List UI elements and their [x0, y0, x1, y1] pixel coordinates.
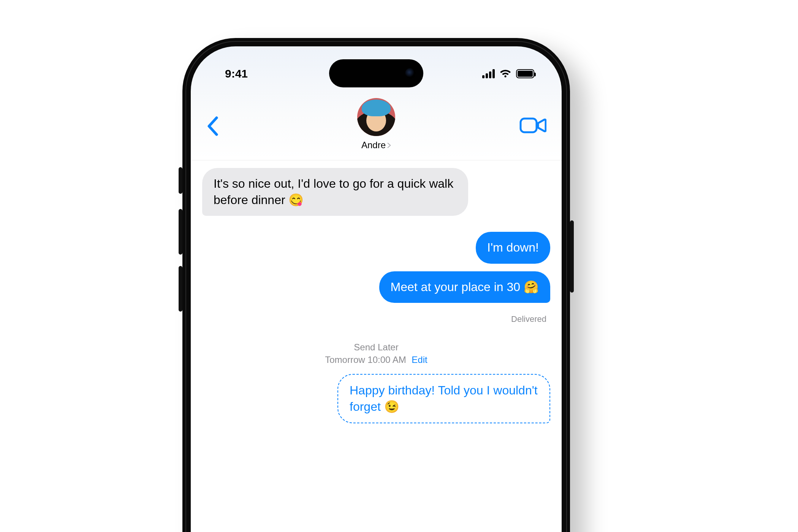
send-later-metadata: Send Later Tomorrow 10:00 AM Edit — [202, 341, 550, 366]
status-bar: 9:41 — [191, 62, 562, 85]
message-text: Happy birthday! Told you I wouldn't forg… — [350, 383, 538, 413]
chevron-right-icon — [387, 142, 391, 148]
message-list[interactable]: It's so nice out, I'd love to go for a q… — [191, 161, 562, 532]
battery-icon — [516, 69, 534, 78]
cellular-signal-icon — [482, 69, 495, 78]
contact-button[interactable]: Andre — [357, 98, 395, 150]
delivery-status: Delivered — [511, 314, 546, 324]
message-bubble-outgoing[interactable]: I'm down! — [476, 232, 550, 263]
conversation-header: Andre — [191, 96, 562, 160]
facetime-video-button[interactable] — [519, 115, 546, 136]
message-bubble-outgoing[interactable]: Meet at your place in 30 🤗 — [379, 271, 550, 303]
send-later-edit-button[interactable]: Edit — [412, 355, 427, 365]
wifi-icon — [499, 69, 511, 78]
status-time: 9:41 — [225, 67, 248, 80]
message-text: I'm down! — [487, 241, 539, 254]
contact-name-label: Andre — [361, 140, 386, 150]
message-bubble-incoming[interactable]: It's so nice out, I'd love to go for a q… — [202, 168, 468, 216]
screen: 9:41 — [191, 46, 562, 532]
send-later-title: Send Later — [202, 341, 550, 354]
message-text: Meet at your place in 30 🤗 — [391, 280, 539, 294]
svg-rect-0 — [521, 119, 537, 132]
iphone-device-frame: 9:41 — [182, 38, 570, 532]
message-text: It's so nice out, I'd love to go for a q… — [214, 177, 453, 207]
silent-switch — [179, 167, 182, 194]
volume-up-button — [179, 209, 182, 255]
power-button — [570, 220, 574, 293]
back-button[interactable] — [205, 116, 220, 137]
scheduled-message-bubble[interactable]: Happy birthday! Told you I wouldn't forg… — [337, 374, 550, 423]
contact-avatar — [357, 98, 395, 136]
send-later-time: Tomorrow 10:00 AM — [325, 355, 406, 365]
volume-down-button — [179, 266, 182, 312]
